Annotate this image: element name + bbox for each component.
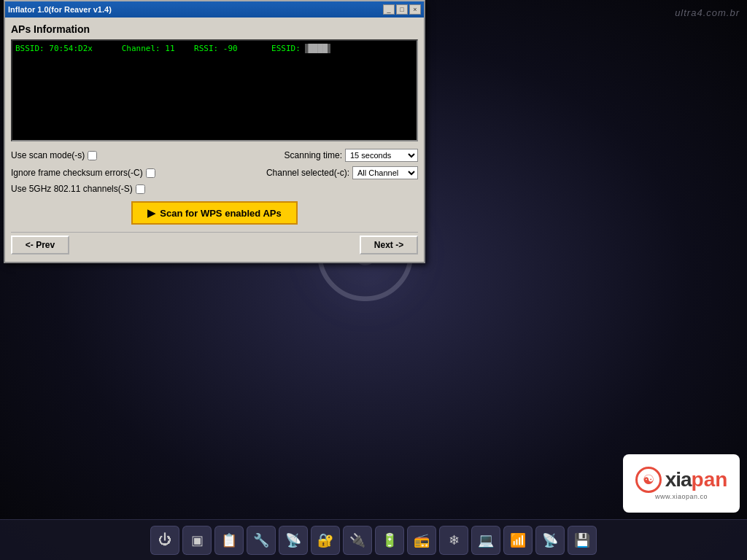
- logo-row: ☯ xia pan: [635, 467, 728, 493]
- scan-button-label: Scan for WPS enabled APs: [160, 208, 281, 219]
- taskbar-wifi-icon[interactable]: 📶: [503, 526, 533, 555]
- ignore-frame-label: Ignore frame checksum errors(-C): [11, 168, 143, 178]
- ap-essid: ESSID:: [271, 44, 301, 53]
- taskbar-usb-icon[interactable]: 🔌: [343, 526, 372, 555]
- use-5ghz-group: Use 5GHz 802.11 channels(-S): [11, 184, 145, 194]
- inflator-window: Inflator 1.0(for Reaver v1.4) _ □ × APs …: [4, 0, 425, 263]
- channel-selected-label: Channel selected(-c):: [266, 168, 349, 178]
- window-controls[interactable]: _ □ ×: [383, 4, 421, 15]
- taskbar-security-icon[interactable]: 🔐: [311, 526, 340, 555]
- scanning-time-label: Scanning time:: [285, 150, 342, 160]
- taskbar-storage-icon[interactable]: 💾: [568, 526, 597, 555]
- logo-main-text: xia: [665, 468, 692, 491]
- scanning-time-select[interactable]: 15 seconds 5 seconds 10 seconds 30 secon…: [345, 149, 418, 162]
- nav-buttons: <- Prev Next ->: [11, 232, 418, 256]
- section-title: APs Information: [11, 23, 418, 35]
- controls-row-1: Use scan mode(-s) Scanning time: 15 seco…: [11, 149, 418, 162]
- logo-circle-icon: ☯: [635, 467, 662, 493]
- scan-icon: ▶: [147, 207, 155, 219]
- ap-bssid: BSSID: 70:54:D2x: [15, 44, 93, 53]
- prev-button[interactable]: <- Prev: [11, 236, 69, 254]
- xiaopan-logo: ☯ xia pan www.xiaopan.co: [623, 454, 740, 513]
- ap-channel: Channel: 11: [122, 44, 175, 53]
- taskbar-power-icon[interactable]: ⏻: [150, 526, 179, 555]
- taskbar-radio-icon[interactable]: 📻: [407, 526, 436, 555]
- scan-mode-checkbox[interactable]: [88, 151, 97, 160]
- taskbar: ⏻ ▣ 📋 🔧 📡 🔐 🔌 🔋 📻 ❄ 💻 📶 📡 💾: [0, 519, 747, 560]
- scan-mode-group: Use scan mode(-s): [11, 150, 97, 160]
- scan-button[interactable]: ▶ Scan for WPS enabled APs: [131, 201, 297, 225]
- taskbar-tools-icon[interactable]: 🔧: [247, 526, 276, 555]
- taskbar-antenna-icon[interactable]: 📡: [535, 526, 565, 555]
- taskbar-network-icon[interactable]: 📡: [279, 526, 308, 555]
- controls-area: Use scan mode(-s) Scanning time: 15 seco…: [11, 149, 418, 194]
- ap-terminal: BSSID: 70:54:D2x Channel: 11 RSSI: -90 E…: [11, 39, 418, 141]
- titlebar[interactable]: Inflator 1.0(for Reaver v1.4) _ □ ×: [5, 1, 424, 18]
- logo-sub-text: www.xiaopan.co: [655, 493, 708, 500]
- scanning-time-group: Scanning time: 15 seconds 5 seconds 10 s…: [285, 149, 418, 162]
- channel-select[interactable]: All Channel 123 456 789 1011: [352, 166, 418, 179]
- use-5ghz-label: Use 5GHz 802.11 channels(-S): [11, 184, 133, 194]
- ignore-frame-group: Ignore frame checksum errors(-C): [11, 168, 155, 178]
- minimize-button[interactable]: _: [383, 4, 395, 15]
- ignore-frame-checkbox[interactable]: [146, 168, 155, 178]
- controls-row-2: Ignore frame checksum errors(-C) Channel…: [11, 166, 418, 179]
- window-title: Inflator 1.0(for Reaver v1.4): [8, 5, 112, 14]
- ap-rssi: RSSI: -90: [194, 44, 238, 53]
- use-5ghz-checkbox[interactable]: [136, 184, 145, 194]
- logo-highlight-text: pan: [692, 468, 728, 491]
- channel-selected-group: Channel selected(-c): All Channel 123 45…: [266, 166, 418, 179]
- controls-row-3: Use 5GHz 802.11 channels(-S): [11, 184, 418, 194]
- scan-button-container: ▶ Scan for WPS enabled APs: [11, 201, 418, 225]
- taskbar-terminal-icon[interactable]: ▣: [182, 526, 212, 555]
- taskbar-console-icon[interactable]: 💻: [471, 526, 500, 555]
- taskbar-battery-icon[interactable]: 🔋: [375, 526, 404, 555]
- desktop: ultra4.com.br ☉ Inflator 1.0(for Reaver …: [0, 0, 747, 560]
- taskbar-files-icon[interactable]: 📋: [214, 526, 244, 555]
- watermark: ultra4.com.br: [675, 7, 740, 18]
- ap-entry: BSSID: 70:54:D2x Channel: 11 RSSI: -90 E…: [15, 44, 414, 53]
- scan-mode-label: Use scan mode(-s): [11, 150, 85, 160]
- maximize-button[interactable]: □: [396, 4, 408, 15]
- taskbar-freeze-icon[interactable]: ❄: [439, 526, 468, 555]
- window-content: APs Information BSSID: 70:54:D2x Channel…: [5, 18, 424, 262]
- close-button[interactable]: ×: [409, 4, 421, 15]
- next-button[interactable]: Next ->: [360, 236, 418, 254]
